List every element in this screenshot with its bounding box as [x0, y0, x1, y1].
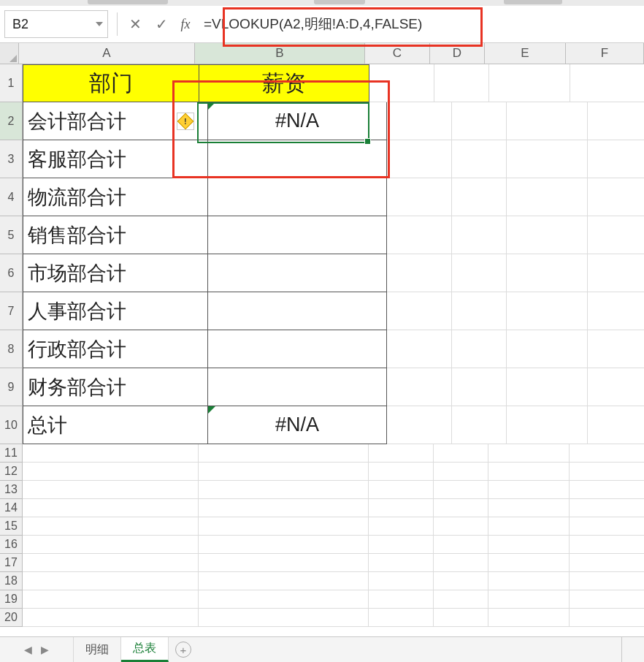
- row-header[interactable]: 15: [0, 517, 23, 536]
- cell[interactable]: [507, 406, 588, 444]
- cell[interactable]: [507, 102, 588, 140]
- cell[interactable]: [488, 444, 570, 463]
- select-all-corner[interactable]: [0, 43, 19, 64]
- row-header[interactable]: 2: [0, 102, 23, 140]
- row-header[interactable]: 3: [0, 140, 23, 178]
- cell-A7[interactable]: 人事部合计: [23, 292, 208, 330]
- cell[interactable]: [23, 536, 199, 554]
- cell[interactable]: [488, 517, 570, 536]
- cell[interactable]: [199, 517, 369, 536]
- cell[interactable]: [369, 609, 434, 627]
- cell[interactable]: [588, 140, 644, 178]
- cell[interactable]: [588, 102, 644, 140]
- cell[interactable]: [387, 178, 452, 216]
- cell[interactable]: [387, 406, 452, 444]
- row-header[interactable]: 13: [0, 481, 23, 499]
- cell[interactable]: [23, 499, 199, 517]
- column-header-B[interactable]: B: [195, 43, 365, 64]
- cell[interactable]: [452, 330, 507, 368]
- cell[interactable]: [387, 254, 452, 292]
- cell[interactable]: [452, 292, 507, 330]
- name-box[interactable]: B2: [4, 10, 108, 38]
- cell-A5[interactable]: 销售部合计: [23, 216, 208, 254]
- cell[interactable]: [570, 517, 644, 536]
- cell[interactable]: [434, 517, 488, 536]
- cell-A6[interactable]: 市场部合计: [23, 254, 208, 292]
- row-header[interactable]: 6: [0, 254, 23, 292]
- horizontal-scroll-stub[interactable]: [621, 637, 644, 662]
- cell[interactable]: [387, 102, 452, 140]
- cell-B2[interactable]: #N/A: [208, 102, 387, 140]
- cell[interactable]: [369, 481, 434, 499]
- cell[interactable]: [452, 178, 507, 216]
- row-header[interactable]: 11: [0, 444, 23, 463]
- cell[interactable]: [387, 216, 452, 254]
- cell[interactable]: [507, 178, 588, 216]
- cell[interactable]: [570, 554, 644, 572]
- row-header[interactable]: 9: [0, 368, 23, 406]
- cell[interactable]: [369, 590, 434, 609]
- cell[interactable]: [570, 536, 644, 554]
- add-sheet-button[interactable]: +: [169, 637, 198, 662]
- cell[interactable]: [507, 368, 588, 406]
- row-header[interactable]: 8: [0, 330, 23, 368]
- cell-B4[interactable]: [208, 178, 387, 216]
- fx-icon[interactable]: fx: [175, 17, 196, 32]
- cell[interactable]: [434, 64, 489, 102]
- cell[interactable]: [434, 554, 488, 572]
- column-header-F[interactable]: F: [566, 43, 644, 64]
- row-header[interactable]: 14: [0, 499, 23, 517]
- cell-A10[interactable]: 总计: [23, 406, 208, 444]
- cell[interactable]: [434, 609, 488, 627]
- cell[interactable]: [588, 178, 644, 216]
- cell[interactable]: [23, 609, 199, 627]
- sheet-tab-active[interactable]: 总表: [121, 637, 169, 662]
- cell[interactable]: [570, 590, 644, 609]
- cell[interactable]: [588, 292, 644, 330]
- error-smart-tag[interactable]: !: [177, 113, 194, 130]
- row-header[interactable]: 16: [0, 536, 23, 554]
- cell[interactable]: [199, 481, 369, 499]
- cell[interactable]: [488, 572, 570, 590]
- cell-B10[interactable]: #N/A: [208, 406, 387, 444]
- cell[interactable]: [452, 102, 507, 140]
- cell[interactable]: [507, 140, 588, 178]
- cell[interactable]: [488, 499, 570, 517]
- cell[interactable]: [588, 406, 644, 444]
- cell[interactable]: [199, 463, 369, 481]
- cell[interactable]: [369, 517, 434, 536]
- sheet-nav[interactable]: ◀ ▶: [0, 637, 74, 662]
- spreadsheet-grid[interactable]: 1 部门 薪资 2 会计部合计 #N/A 3 客服部合计: [0, 64, 644, 627]
- column-header-D[interactable]: D: [430, 43, 485, 64]
- cell[interactable]: [23, 517, 199, 536]
- cell[interactable]: [452, 368, 507, 406]
- cell[interactable]: [23, 481, 199, 499]
- cell[interactable]: [488, 554, 570, 572]
- cell[interactable]: [23, 444, 199, 463]
- cell[interactable]: [507, 254, 588, 292]
- cell-B8[interactable]: [208, 330, 387, 368]
- column-header-C[interactable]: C: [365, 43, 430, 64]
- sheet-tab[interactable]: 明细: [74, 637, 121, 662]
- cell[interactable]: [452, 406, 507, 444]
- cell[interactable]: [23, 572, 199, 590]
- cell-A4[interactable]: 物流部合计: [23, 178, 208, 216]
- cell[interactable]: [434, 572, 488, 590]
- cell-A9[interactable]: 财务部合计: [23, 368, 208, 406]
- cell[interactable]: [387, 368, 452, 406]
- enter-formula-button[interactable]: ✓: [148, 11, 175, 37]
- cell[interactable]: [488, 536, 570, 554]
- cell[interactable]: [570, 609, 644, 627]
- row-header[interactable]: 5: [0, 216, 23, 254]
- cell[interactable]: [452, 216, 507, 254]
- cell[interactable]: [452, 140, 507, 178]
- cell[interactable]: [369, 463, 434, 481]
- cell[interactable]: [199, 499, 369, 517]
- row-header[interactable]: 19: [0, 590, 23, 609]
- row-header[interactable]: 17: [0, 554, 23, 572]
- cell[interactable]: [489, 64, 570, 102]
- cell[interactable]: [570, 499, 644, 517]
- cell[interactable]: [434, 499, 488, 517]
- cell[interactable]: [588, 216, 644, 254]
- cell[interactable]: [387, 140, 452, 178]
